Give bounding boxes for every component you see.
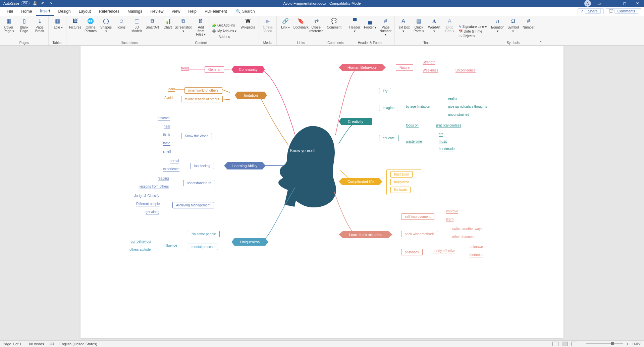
- leaf-frustration: frustration: [390, 171, 413, 178]
- tab-home[interactable]: Home: [17, 7, 36, 16]
- cover-page-button[interactable]: ▦Cover Page ▾: [2, 17, 15, 41]
- user-avatar[interactable]: A: [584, 0, 591, 7]
- minimize-icon[interactable]: —: [607, 0, 616, 7]
- print-layout-icon[interactable]: [562, 342, 568, 346]
- comment-button[interactable]: 💬Comment: [327, 17, 341, 41]
- cross-reference-button[interactable]: ⇄Cross-reference: [310, 17, 323, 41]
- share-button[interactable]: ↗ Share: [578, 8, 603, 14]
- add-from-files-button[interactable]: 🗎Add from Files ▾: [194, 17, 208, 41]
- tab-layout[interactable]: Layout: [75, 7, 95, 16]
- group-links: 🔗Link ▾ 🔖Bookmark ⇄Cross-reference Links: [277, 16, 325, 45]
- get-addins-button[interactable]: 🧩Get Add-ins: [212, 23, 236, 27]
- screenshot-button[interactable]: ⧉Screenshot ▾: [176, 17, 190, 41]
- leaf-reality: reality: [448, 97, 457, 101]
- 3d-models-button[interactable]: ⬚3D Models: [130, 17, 144, 41]
- smartart-button[interactable]: ⧉SmartArt: [146, 17, 159, 41]
- status-page[interactable]: Page 1 of 1: [3, 342, 21, 346]
- save-icon[interactable]: 💾: [32, 1, 38, 6]
- leaf-practical: practical courses: [436, 123, 461, 128]
- wikipedia-button[interactable]: WWikipedia: [239, 17, 257, 45]
- online-video-button[interactable]: ▶Online Video: [261, 17, 274, 41]
- chart-button[interactable]: 📊Chart: [161, 17, 174, 41]
- zoom-out-button[interactable]: −: [581, 342, 583, 346]
- quickparts-icon: ▤: [415, 17, 423, 25]
- read-mode-icon[interactable]: [552, 342, 558, 346]
- tab-mailings[interactable]: Mailings: [123, 7, 146, 16]
- page-break-button[interactable]: ⤓Page Break: [33, 17, 46, 41]
- comments-button[interactable]: 💬 Comments: [606, 8, 641, 14]
- blank-page-button[interactable]: ▯Blank Page: [17, 17, 31, 41]
- quick-parts-button[interactable]: ▤Quick Parts ▾: [412, 17, 426, 41]
- page-number-button[interactable]: #Page Number ▾: [379, 17, 392, 41]
- autosave-toggle[interactable]: AutoSave Off: [3, 1, 30, 5]
- zoom-slider[interactable]: [586, 343, 623, 344]
- footer-button[interactable]: ▄Footer ▾: [364, 17, 377, 41]
- icons-button[interactable]: ☺Icons: [115, 17, 128, 41]
- bookmark-icon: 🔖: [297, 17, 305, 25]
- header-button[interactable]: ▀Header ▾: [348, 17, 362, 41]
- node-seek-methods: seek wiser methods: [401, 231, 438, 237]
- group-pages: ▦Cover Page ▾ ▯Blank Page ⤓Page Break Pa…: [0, 16, 49, 45]
- zoom-in-button[interactable]: +: [626, 342, 628, 346]
- leaf-taste: taste: [163, 141, 170, 146]
- number-button[interactable]: #Number: [522, 17, 535, 41]
- redo-icon[interactable]: ↷: [48, 1, 54, 6]
- leaf-fluctuate: fluctuate: [390, 187, 411, 193]
- store-icon: 🧩: [212, 23, 216, 27]
- bookmark-button[interactable]: 🔖Bookmark: [294, 17, 308, 41]
- maximize-icon[interactable]: ▢: [620, 0, 629, 7]
- signature-line-button[interactable]: ✎Signature Line ▾: [459, 25, 487, 29]
- pictures-button[interactable]: 🖼Pictures: [68, 17, 82, 41]
- table-button[interactable]: ▦Table ▾: [51, 17, 64, 41]
- equation-button[interactable]: πEquation ▾: [491, 17, 504, 41]
- date-time-button[interactable]: 📅Date & Time: [459, 30, 487, 33]
- drop-cap-button[interactable]: A̲Drop Cap ▾: [443, 17, 457, 41]
- qat-more-icon[interactable]: ⋯: [56, 1, 62, 6]
- symbol-button[interactable]: ΩSymbol ▾: [506, 17, 520, 41]
- leaf-behaviour: our behaviour: [131, 240, 151, 244]
- tab-file[interactable]: File: [3, 7, 17, 16]
- wordart-button[interactable]: 𝐀WordArt ▾: [428, 17, 441, 41]
- tab-review[interactable]: Review: [146, 7, 167, 16]
- tab-design[interactable]: Design: [54, 7, 74, 16]
- icons-icon: ☺: [118, 17, 125, 25]
- online-pictures-button[interactable]: 🌐Online Pictures: [84, 17, 97, 41]
- signature-icon: ✎: [459, 25, 461, 29]
- calendar-icon: 📅: [459, 30, 463, 33]
- shapes-button[interactable]: ◯Shapes ▾: [99, 17, 113, 41]
- tab-pdfelement[interactable]: PDFelement: [201, 7, 231, 16]
- node-imitation: Imitation: [235, 92, 267, 99]
- leaf-lessons: lessons from others: [140, 185, 169, 189]
- leaf-give-up: give up ridiculars thoughts: [448, 105, 487, 109]
- leaf-unreal: unreal: [170, 159, 179, 163]
- tab-help[interactable]: Help: [184, 7, 201, 16]
- leaf-learn: learn: [168, 87, 175, 92]
- group-label: Add-ins: [212, 35, 236, 39]
- close-icon[interactable]: ✕: [633, 0, 642, 7]
- object-button[interactable]: ▭Object ▾: [459, 34, 487, 38]
- status-language[interactable]: English (United States): [59, 342, 97, 346]
- leaf-happiness: happiness: [390, 179, 413, 185]
- ribbon-tabs: File Home Insert Design Layout Reference…: [0, 7, 644, 16]
- mindmap-center: Know yourself: [290, 148, 315, 153]
- web-layout-icon[interactable]: [571, 342, 577, 346]
- tab-references[interactable]: References: [95, 7, 123, 16]
- zoom-value[interactable]: 160%: [632, 342, 641, 346]
- status-words[interactable]: 108 words: [27, 342, 44, 346]
- tab-view[interactable]: View: [168, 7, 184, 16]
- wordart-icon: 𝐀: [431, 17, 438, 25]
- collapse-ribbon-icon[interactable]: ⌃: [537, 16, 544, 45]
- document-viewport[interactable]: Know yourself Community General trend: [0, 46, 644, 340]
- tell-me-search[interactable]: 🔍 Search: [236, 9, 255, 14]
- group-media: ▶Online Video Media: [259, 16, 277, 45]
- node-mental-process: mental process: [188, 244, 218, 250]
- tab-insert[interactable]: Insert: [36, 7, 54, 16]
- group-label: Comments: [327, 41, 343, 45]
- spellcheck-icon[interactable]: 📖: [49, 342, 54, 346]
- ribbon-display-icon[interactable]: ▭: [594, 0, 604, 7]
- node-understand-truth: understand truth: [183, 180, 215, 186]
- link-button[interactable]: 🔗Link ▾: [279, 17, 292, 41]
- my-addins-button[interactable]: ➕My Add-ins ▾: [212, 29, 236, 33]
- text-box-button[interactable]: AText Box ▾: [397, 17, 410, 41]
- undo-icon[interactable]: ↶: [40, 1, 46, 6]
